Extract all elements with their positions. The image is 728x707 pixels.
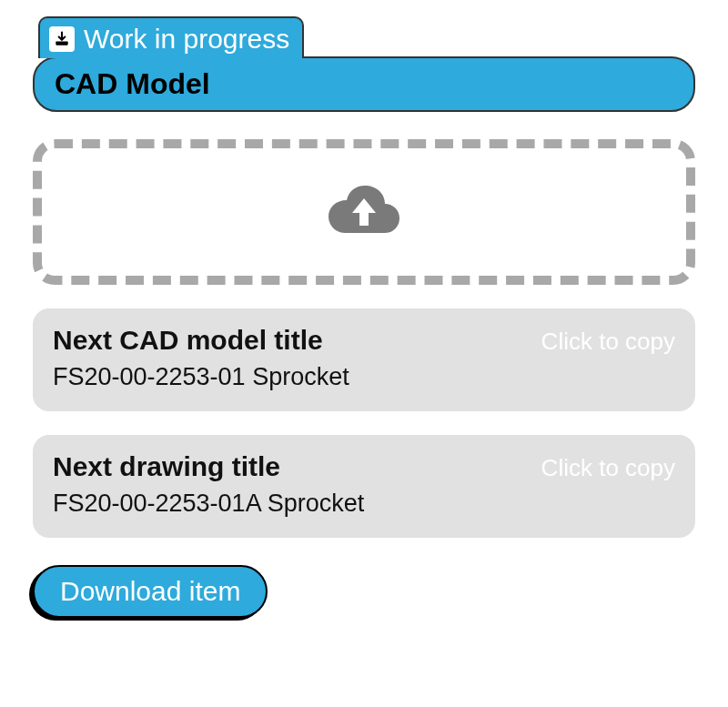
next-drawing-card: Next drawing title Click to copy FS20-00… (33, 435, 695, 538)
upload-dropzone[interactable] (33, 139, 695, 285)
card-title: Next drawing title (53, 451, 280, 482)
copy-button[interactable]: Click to copy (541, 454, 675, 482)
next-cad-model-card: Next CAD model title Click to copy FS20-… (33, 308, 695, 411)
download-item-button[interactable]: Download item (33, 565, 268, 618)
card-value: FS20-00-2253-01A Sprocket (53, 490, 675, 518)
card-value: FS20-00-2253-01 Sprocket (53, 363, 675, 391)
download-box-icon (49, 26, 75, 52)
copy-button[interactable]: Click to copy (541, 328, 675, 356)
svg-rect-0 (56, 42, 67, 45)
cloud-upload-icon (323, 178, 405, 246)
section-header: CAD Model (33, 56, 695, 112)
status-tab-label: Work in progress (84, 24, 289, 55)
card-title: Next CAD model title (53, 325, 323, 356)
section-title: CAD Model (55, 67, 673, 101)
status-tab[interactable]: Work in progress (38, 16, 304, 58)
